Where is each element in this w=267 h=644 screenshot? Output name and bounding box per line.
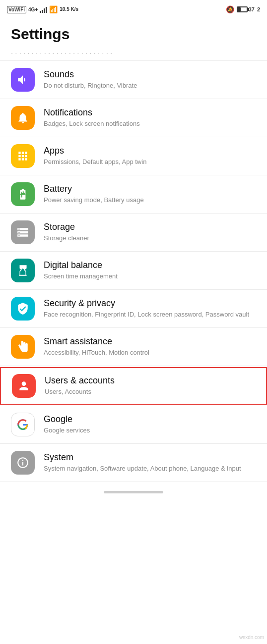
settings-item-digital-balance[interactable]: Digital balance Screen time management <box>0 252 267 290</box>
battery-fill <box>238 7 241 11</box>
security-title: Security & privacy <box>44 298 256 309</box>
settings-item-storage[interactable]: Storage Storage cleaner <box>0 214 267 252</box>
security-icon-wrap <box>11 297 35 321</box>
system-subtitle: System navigation, Software update, Abou… <box>44 464 256 473</box>
bar2 <box>42 10 43 13</box>
notifications-text: Notifications Badges, Lock screen notifi… <box>44 107 256 128</box>
smart-assistance-icon-wrap <box>11 335 35 359</box>
settings-item-google[interactable]: Google Google services <box>0 406 267 444</box>
storage-text: Storage Storage cleaner <box>44 222 256 243</box>
apps-icon-wrap <box>11 144 35 168</box>
bar1 <box>40 11 41 13</box>
watermark: wsxdn.com <box>239 635 264 640</box>
google-icon <box>16 418 29 431</box>
wifi-icon: 📶 <box>49 5 58 13</box>
settings-item-notifications[interactable]: Notifications Badges, Lock screen notifi… <box>0 99 267 137</box>
apps-icon <box>16 150 29 162</box>
page-title: Settings <box>0 18 267 46</box>
hand-icon <box>16 340 29 353</box>
bar4 <box>46 7 47 13</box>
mute-icon: 🔕 <box>226 5 234 13</box>
settings-item-apps[interactable]: Apps Permissions, Default apps, App twin <box>0 137 267 175</box>
google-icon-wrap <box>11 413 35 436</box>
storage-subtitle: Storage cleaner <box>44 234 256 243</box>
storage-icon <box>16 226 29 239</box>
settings-item-battery[interactable]: Battery Power saving mode, Battery usage <box>0 175 267 214</box>
status-left: VoWiFi 4G+ 📶 10.5 K/s <box>7 5 78 13</box>
smart-assistance-text: Smart assistance Accessibility, HiTouch,… <box>44 336 256 357</box>
smart-assistance-title: Smart assistance <box>44 336 256 347</box>
bottom-bar <box>0 482 267 501</box>
battery-text: Battery Power saving mode, Battery usage <box>44 184 256 205</box>
digital-balance-subtitle: Screen time management <box>44 272 256 281</box>
settings-item-security[interactable]: Security & privacy Face recognition, Fin… <box>0 290 267 328</box>
info-icon <box>16 456 29 469</box>
system-text: System System navigation, Software updat… <box>44 452 256 473</box>
storage-title: Storage <box>44 222 256 232</box>
settings-item-sounds[interactable]: Sounds Do not disturb, Ringtone, Vibrate <box>0 61 267 99</box>
battery-icon-wrap <box>11 182 35 206</box>
battery-percentage: 37 <box>249 6 255 12</box>
storage-icon-wrap <box>11 220 35 244</box>
security-subtitle: Face recognition, Fingerprint ID, Lock s… <box>44 310 256 319</box>
signal-strength: 2 <box>257 6 260 12</box>
speed-text: 10.5 K/s <box>60 6 78 12</box>
signal-4g-label: 4G+ <box>28 7 38 12</box>
users-accounts-title: Users & accounts <box>45 376 255 386</box>
settings-item-smart-assistance[interactable]: Smart assistance Accessibility, HiTouch,… <box>0 328 267 366</box>
shield-icon <box>16 302 29 315</box>
security-text: Security & privacy Face recognition, Fin… <box>44 298 256 319</box>
apps-subtitle: Permissions, Default apps, App twin <box>44 158 256 166</box>
system-icon-wrap <box>11 451 35 475</box>
battery-display: 37 <box>237 6 255 12</box>
volume-icon <box>16 73 29 86</box>
notifications-title: Notifications <box>44 107 256 118</box>
system-title: System <box>44 452 256 463</box>
home-pill[interactable] <box>104 491 163 493</box>
notification-icon <box>16 111 29 124</box>
status-bar: VoWiFi 4G+ 📶 10.5 K/s 🔕 37 2 <box>0 0 267 18</box>
battery-icon <box>16 188 29 201</box>
users-accounts-icon-wrap <box>12 374 36 398</box>
settings-item-users-accounts[interactable]: Users & accounts Users, Accounts <box>0 367 267 405</box>
hourglass-icon <box>16 264 29 277</box>
sounds-icon-wrap <box>11 68 35 92</box>
settings-item-system[interactable]: System System navigation, Software updat… <box>0 444 267 482</box>
partial-hint: · · · · · · · · · · · · · · · · · · · · … <box>0 46 267 61</box>
notifications-icon-wrap <box>11 106 35 130</box>
partial-text: · · · · · · · · · · · · · · · · · · · · … <box>11 49 112 57</box>
settings-list: Sounds Do not disturb, Ringtone, Vibrate… <box>0 61 267 482</box>
apps-title: Apps <box>44 146 256 156</box>
battery-subtitle: Power saving mode, Battery usage <box>44 196 256 205</box>
digital-balance-title: Digital balance <box>44 260 256 270</box>
google-title: Google <box>44 414 256 425</box>
google-text: Google Google services <box>44 414 256 435</box>
users-accounts-subtitle: Users, Accounts <box>45 387 255 396</box>
smart-assistance-subtitle: Accessibility, HiTouch, Motion control <box>44 348 256 357</box>
apps-text: Apps Permissions, Default apps, App twin <box>44 146 256 166</box>
battery-shape <box>237 6 248 12</box>
users-accounts-text: Users & accounts Users, Accounts <box>45 376 255 396</box>
person-icon <box>17 379 30 392</box>
vowifi-label: VoWiFi <box>7 6 26 13</box>
sounds-subtitle: Do not disturb, Ringtone, Vibrate <box>44 81 256 90</box>
battery-title: Battery <box>44 184 256 194</box>
status-right: 🔕 37 2 <box>226 5 260 13</box>
sounds-title: Sounds <box>44 69 256 80</box>
digital-balance-text: Digital balance Screen time management <box>44 260 256 281</box>
digital-balance-icon-wrap <box>11 259 35 282</box>
signal-bars <box>40 6 47 13</box>
notifications-subtitle: Badges, Lock screen notifications <box>44 119 256 128</box>
sounds-text: Sounds Do not disturb, Ringtone, Vibrate <box>44 69 256 90</box>
bar3 <box>44 8 45 13</box>
google-subtitle: Google services <box>44 426 256 435</box>
